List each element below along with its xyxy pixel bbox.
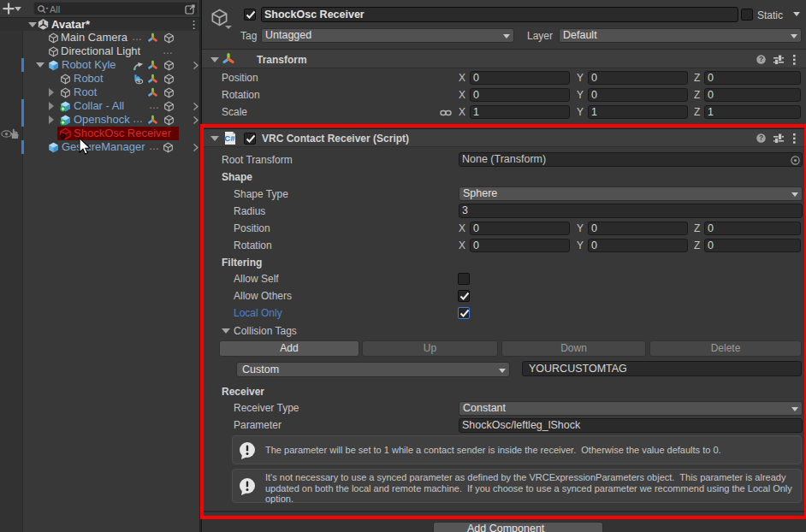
svg-text:?: ? <box>759 55 763 63</box>
